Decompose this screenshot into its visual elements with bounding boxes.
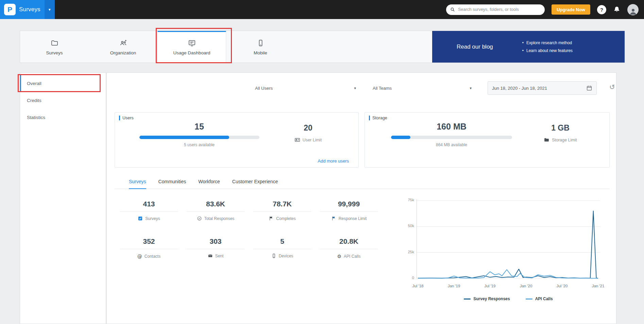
x-tick-label: Jul '20 <box>552 284 572 288</box>
all-users-dropdown[interactable]: All Users ▾ <box>255 82 356 94</box>
search-input[interactable] <box>446 4 545 15</box>
tab-organization[interactable]: Organization <box>89 31 157 63</box>
stat-label-text: Total Responses <box>204 216 235 221</box>
stat-divider <box>187 249 244 249</box>
usage-dashboard-icon <box>188 39 196 47</box>
blog-bullet: Learn about new features <box>522 47 573 55</box>
storage-limit-label: Storage Limit <box>552 138 577 142</box>
questionpro-logo-icon: P <box>4 4 16 15</box>
sidebar-item-statistics[interactable]: Statistics <box>20 109 106 126</box>
stat-label-text: Devices <box>279 254 293 258</box>
legend-api-calls[interactable]: API Calls <box>526 296 553 301</box>
storage-progress-bar <box>391 136 512 139</box>
user-limit-icon <box>294 137 300 143</box>
stat-label-text: Completes <box>276 216 295 221</box>
x-tick-label: Jul '19 <box>480 284 500 288</box>
tab-usage-surveys[interactable]: Surveys <box>129 179 146 189</box>
storage-usage-card: Storage 160 MB 864 MB available 1 GB Sto… <box>365 112 610 168</box>
users-limit-value: 20 <box>282 123 335 133</box>
calendar-icon <box>586 85 592 91</box>
dashboard-main: All Users ▾ All Teams ▾ Jun 18, 2020 - J… <box>106 72 616 324</box>
storage-current-value: 160 MB <box>378 122 525 132</box>
check-circle-icon <box>197 216 202 221</box>
organization-icon <box>119 39 127 47</box>
mobile-icon <box>257 39 265 47</box>
stat-label-text: API Calls <box>344 254 360 259</box>
reset-filters-button[interactable]: ↺ <box>609 83 615 91</box>
add-more-users-link[interactable]: Add more users <box>318 158 349 164</box>
stat-surveys: 413 Surveys <box>116 200 182 222</box>
device-icon <box>271 253 276 258</box>
legend-survey-responses[interactable]: Survey Responses <box>464 296 510 301</box>
stat-api-calls: 20.8K ⚙ API Calls <box>316 237 382 260</box>
tab-label: Organization <box>110 50 136 55</box>
notifications-bell-icon[interactable] <box>613 6 621 13</box>
dashboard-sidebar: Overall Credits Statistics <box>20 72 106 324</box>
tab-mobile[interactable]: Mobile <box>226 31 295 63</box>
sidebar-item-overall[interactable]: Overall <box>20 75 106 92</box>
y-tick-label: 50k <box>401 224 414 228</box>
search-icon <box>450 7 455 12</box>
date-range-picker[interactable]: Jun 18, 2020 - Jun 18, 2021 <box>488 81 597 95</box>
x-tick-label: Jan '19 <box>444 284 464 288</box>
stat-value: 5 <box>249 237 316 245</box>
users-card-title: Users <box>119 116 134 120</box>
users-usage-card: Users 15 5 users available 20 User Limit… <box>115 112 359 168</box>
product-switcher[interactable]: P Surveys ▾ <box>0 0 55 19</box>
stat-divider <box>120 249 178 249</box>
usage-category-tabs: Surveys Communities Workforce Customer E… <box>115 175 610 189</box>
x-tick-label: Jan '21 <box>588 284 608 288</box>
blog-bullet: Explore research method <box>522 39 573 47</box>
users-available-label: 5 users available <box>129 142 270 147</box>
sidebar-item-credits[interactable]: Credits <box>20 92 106 109</box>
chart-x-axis: Jul '18Jan '19Jul '19Jan '20Jul '20Jan '… <box>401 284 605 289</box>
at-icon: @ <box>137 254 142 259</box>
tab-surveys[interactable]: Surveys <box>20 31 89 63</box>
flag-icon <box>269 216 274 221</box>
y-tick-label: 25k <box>401 250 414 254</box>
stat-value: 99,999 <box>316 200 382 208</box>
all-teams-value: All Teams <box>373 86 392 91</box>
product-caret[interactable]: ▾ <box>45 0 55 19</box>
stat-divider <box>320 249 378 249</box>
x-tick-label: Jul '18 <box>408 284 428 288</box>
storage-limit-value: 1 GB <box>535 123 586 133</box>
read-our-blog-panel[interactable]: Read our blog Explore research method Le… <box>432 31 625 63</box>
storage-card-title: Storage <box>369 116 387 120</box>
chevron-down-icon: ▾ <box>49 7 51 12</box>
chart-y-axis: 025k50k75k <box>401 199 414 279</box>
stat-value: 78.7K <box>249 200 316 208</box>
blog-title: Read our blog <box>457 44 493 50</box>
tab-usage-communities[interactable]: Communities <box>158 179 186 189</box>
legend-label: API Calls <box>535 296 553 301</box>
stat-label-text: Surveys <box>145 216 160 221</box>
tab-usage-workforce[interactable]: Workforce <box>198 179 220 189</box>
users-progress-bar <box>139 136 259 139</box>
usage-chart: 025k50k75k Jul '18Jan '19Jul '19Jan '20J… <box>401 199 605 304</box>
chart-legend: Survey Responses API Calls <box>417 296 600 301</box>
all-teams-dropdown[interactable]: All Teams ▾ <box>373 82 472 94</box>
stat-divider <box>253 211 311 212</box>
storage-progress-fill <box>391 136 410 139</box>
checkbox-icon <box>138 216 143 221</box>
tab-label: Usage Dashboard <box>173 50 210 55</box>
module-tabs: Surveys Organization Usage Dashboard Mob… <box>20 31 295 63</box>
help-button[interactable]: ? <box>597 5 606 14</box>
stat-completes: 78.7K Completes <box>249 200 316 222</box>
user-avatar[interactable] <box>627 4 639 15</box>
users-current-value: 15 <box>129 122 270 132</box>
x-tick-label: Jan '20 <box>516 284 536 288</box>
storage-limit-block: 1 GB Storage Limit <box>535 123 586 144</box>
chevron-down-icon: ▾ <box>354 86 356 90</box>
global-search <box>446 4 545 15</box>
stat-response-limit: 99,999 Response Limit <box>316 200 382 222</box>
app-screen: P Surveys ▾ Upgrade Now ? Surveys <box>0 0 644 324</box>
topbar-right: Upgrade Now ? <box>446 4 644 15</box>
upgrade-now-button[interactable]: Upgrade Now <box>552 4 590 15</box>
sidebar-item-label: Overall <box>27 81 41 86</box>
tab-usage-customer-experience[interactable]: Customer Experience <box>232 179 278 189</box>
tab-usage-dashboard[interactable]: Usage Dashboard <box>157 31 226 63</box>
blog-bullets: Explore research method Learn about new … <box>522 39 573 55</box>
chevron-down-icon: ▾ <box>470 86 472 90</box>
flag-icon <box>331 216 336 221</box>
